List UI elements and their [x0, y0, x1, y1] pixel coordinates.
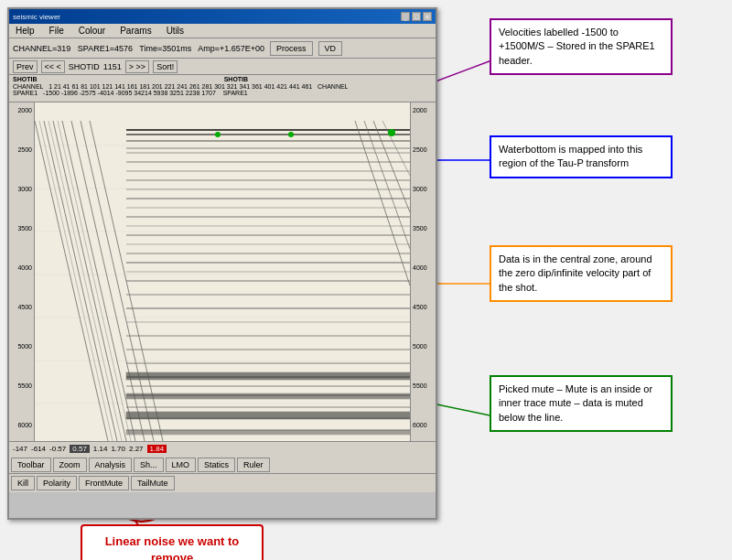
app-window: seismic viewer _ □ × Help File Colour Pa…: [7, 7, 437, 520]
ruler-button[interactable]: Ruler: [237, 458, 270, 472]
spare-value: SPARE1=4576: [78, 44, 133, 53]
right-y-tick-3000: 3000: [413, 186, 427, 192]
toolbar-area: CHANNEL=319 SPARE1=4576 Time=3501ms Amp=…: [9, 38, 436, 59]
callout-green: Picked mute – Mute is an inside or inner…: [490, 375, 673, 432]
y-tick-5000: 5000: [17, 343, 32, 350]
right-y-tick-3500: 3500: [413, 225, 427, 232]
shotib-header-left: SHOTIB: [13, 76, 37, 82]
channel-values: 1 21 41 61 81 101 121 141 161 181 201 22…: [48, 83, 312, 90]
channel-header-right: CHANNEL: [318, 83, 348, 90]
vd-button[interactable]: VD: [318, 41, 343, 56]
title-bar-controls: _ □ ×: [401, 12, 432, 21]
statics-button[interactable]: Statics: [198, 458, 235, 472]
bottom-toolbar1: Toolbar Zoom Analysis Sh... LMO Statics …: [9, 456, 436, 474]
right-y-tick-2500: 2500: [413, 146, 427, 153]
callout-orange: Data is in the central zone, around the …: [490, 245, 673, 302]
title-bar: seismic viewer _ □ ×: [9, 9, 436, 24]
status-val5: 1.14: [93, 445, 108, 453]
y-tick-5500: 5500: [17, 382, 32, 389]
nav-bar: Prev << < SHOTID 1151 > >> Sort!: [9, 59, 436, 75]
left-y-axis: 2000 2500 3000 3500 4000 4500 5000 5500 …: [9, 102, 35, 441]
svg-point-65: [215, 132, 221, 137]
callout-purple-text: Velocities labelled -1500 to +1500M/S – …: [499, 27, 655, 66]
right-y-axis: 2000 2500 3000 3500 4000 4500 5000 5500 …: [410, 102, 436, 441]
callout-blue: Waterbottom is mapped into this region o…: [490, 135, 673, 178]
header-row: SHOTIB SHOTIB CHANNEL 1 21 41 61 81 101 …: [9, 75, 436, 102]
menu-params[interactable]: Params: [117, 26, 154, 36]
zoom-button[interactable]: Zoom: [53, 458, 87, 472]
right-y-tick-2000: 2000: [413, 107, 427, 113]
right-y-tick-5500: 5500: [413, 382, 427, 389]
shotid-value: 1151: [103, 62, 122, 71]
shotid-label: SHOTID: [69, 62, 100, 71]
amp-value: Amp=+1.657E+00: [198, 44, 264, 53]
y-tick-4000: 4000: [17, 264, 32, 271]
status-bar: -147 -614 -0.57 0.57 1.14 1.70 2.27 1.84: [9, 441, 436, 456]
menu-help[interactable]: Help: [13, 26, 38, 36]
maximize-button[interactable]: □: [412, 12, 421, 21]
status-val7: 2.27: [129, 445, 144, 453]
y-tick-6000: 6000: [17, 422, 32, 428]
spare-header-right: SPARE1: [223, 90, 248, 96]
kill-button[interactable]: Kill: [11, 476, 35, 490]
status-val3: -0.57: [49, 445, 66, 453]
seismic-main: 2000 2500 3000 3500 4000 4500 5000 5500 …: [9, 102, 436, 441]
spare-header: SPARE1: [13, 90, 38, 96]
callout-orange-text: Data is in the central zone, around the …: [499, 253, 652, 293]
next-arrows-button[interactable]: > >>: [125, 60, 149, 73]
y-tick-3500: 3500: [17, 225, 32, 232]
toolbar-button[interactable]: Toolbar: [11, 458, 51, 472]
right-y-tick-5000: 5000: [413, 343, 427, 350]
callout-green-text: Picked mute – Mute is an inside or inner…: [499, 383, 652, 423]
y-tick-3000: 3000: [17, 186, 32, 192]
callout-red: Linear noise we want to remove: [81, 524, 264, 560]
status-val8: 1.84: [147, 445, 167, 453]
y-tick-2500: 2500: [17, 146, 32, 153]
title-text: seismic viewer: [13, 13, 60, 21]
frontmute-button[interactable]: FrontMute: [79, 476, 129, 490]
process-button[interactable]: Process: [270, 41, 313, 56]
svg-rect-62: [126, 393, 410, 399]
right-y-tick-4500: 4500: [413, 304, 427, 310]
callout-red-text: Linear noise we want to remove: [105, 534, 240, 560]
menu-utils[interactable]: Utils: [164, 26, 187, 36]
tailmute-button[interactable]: TailMute: [131, 476, 175, 490]
menu-bar: Help File Colour Params Utils: [9, 24, 436, 38]
y-tick-4500: 4500: [17, 304, 32, 310]
bottom-toolbar2: Kill Polarity FrontMute TailMute: [9, 474, 436, 492]
spare-values: -1500 -1896 -2575 -4014 -9095 34214 5938…: [43, 90, 216, 96]
right-y-tick-6000: 6000: [413, 422, 427, 428]
svg-point-66: [288, 132, 294, 137]
channel-header: CHANNEL: [13, 83, 43, 90]
shotib-header-right: SHOTIB: [224, 76, 248, 82]
menu-colour[interactable]: Colour: [76, 26, 108, 36]
prev-button[interactable]: Prev: [13, 60, 38, 73]
svg-rect-61: [126, 372, 410, 380]
right-y-tick-4000: 4000: [413, 264, 427, 271]
status-val6: 1.70: [111, 445, 125, 453]
status-val2: -614: [31, 445, 46, 453]
time-value: Time=3501ms: [139, 44, 191, 53]
analysis-button[interactable]: Analysis: [89, 458, 133, 472]
svg-rect-63: [126, 412, 410, 419]
polarity-button[interactable]: Polarity: [37, 476, 77, 490]
menu-file[interactable]: File: [47, 26, 67, 36]
y-tick-2000: 2000: [17, 107, 32, 113]
sort-button[interactable]: Sort!: [153, 60, 178, 73]
callout-blue-text: Waterbottom is mapped into this region o…: [499, 144, 642, 168]
status-val1: -147: [13, 445, 27, 453]
svg-point-67: [388, 129, 395, 136]
sh-button[interactable]: Sh...: [134, 458, 164, 472]
minimize-button[interactable]: _: [401, 12, 410, 21]
status-val4: 0.57: [70, 445, 90, 453]
channel-display: CHANNEL=319 SPARE1=4576 Time=3501ms Amp=…: [13, 44, 264, 53]
seismic-plot: [35, 102, 410, 441]
callout-purple: Velocities labelled -1500 to +1500M/S – …: [490, 18, 673, 75]
lmo-button[interactable]: LMO: [166, 458, 197, 472]
close-button[interactable]: ×: [423, 12, 432, 21]
channel-value: CHANNEL=319: [13, 44, 70, 53]
svg-rect-64: [126, 430, 410, 435]
prev-arrows-button[interactable]: << <: [41, 60, 65, 73]
